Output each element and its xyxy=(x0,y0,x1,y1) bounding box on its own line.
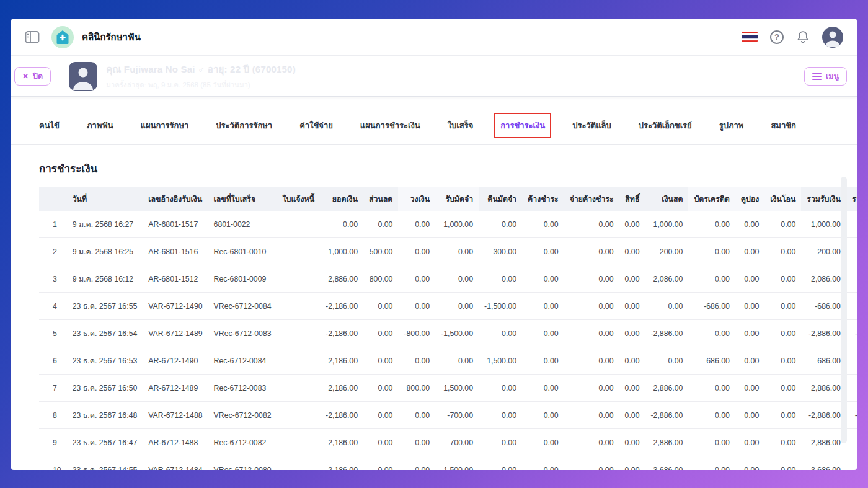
table-cell: 1,000.00 xyxy=(801,211,846,238)
table-row: 29 ม.ค. 2568 16:25AR-6801-1516Rec-6801-0… xyxy=(39,238,857,265)
tab-images[interactable]: รูปภาพ xyxy=(719,119,744,132)
tab-lab-history[interactable]: ประวัติแล็บ xyxy=(572,119,611,132)
table-cell: 0.00 xyxy=(688,211,735,238)
column-header: รวมรับเงิน xyxy=(801,187,846,211)
tab-payments[interactable]: การชำระเงิน xyxy=(500,119,545,132)
table-cell: 0.00 xyxy=(688,375,735,402)
table-cell: 0.00 xyxy=(564,211,619,238)
column-header: บัตรเครดิต xyxy=(688,187,735,211)
table-cell: 0.00 xyxy=(735,265,764,293)
tab-patient[interactable]: คนไข้ xyxy=(39,119,60,132)
table-cell: 0.00 xyxy=(398,347,435,375)
table-cell: 2,886.00 xyxy=(645,429,688,456)
table-cell: 0.00 xyxy=(398,265,435,293)
table-cell: Rec-6712-0082 xyxy=(208,429,277,456)
home-clinic-icon[interactable] xyxy=(51,25,74,49)
tab-treatment-plan[interactable]: แผนการรักษา xyxy=(141,119,189,132)
table-cell: 0.00 xyxy=(479,456,522,471)
table-cell: 0.00 xyxy=(764,347,801,375)
patient-info: คุณ Fujiwara No Sai ♂ อายุ: 22 ปี (67001… xyxy=(106,62,296,91)
table-cell: -2,886.00 xyxy=(801,402,846,429)
table-cell: 0.00 xyxy=(479,402,522,429)
table-cell: AR-6801-1516 xyxy=(143,238,208,265)
table-cell: 0.00 xyxy=(564,347,619,375)
tab-payment-plan[interactable]: แผนการชำระเงิน xyxy=(360,119,420,132)
table-cell: 0.00 xyxy=(522,347,564,375)
table-cell xyxy=(277,265,320,293)
column-header: สิทธิ์ xyxy=(619,187,645,211)
column-header: เลขอ้างอิงรับเงิน xyxy=(143,187,208,211)
sidebar-toggle-icon[interactable] xyxy=(25,30,40,44)
table-cell: 3 xyxy=(39,265,67,293)
table-cell: 0.00 xyxy=(398,402,435,429)
user-avatar[interactable] xyxy=(822,27,843,48)
help-icon[interactable]: ? xyxy=(770,30,784,44)
table-cell: Rec-6801-0010 xyxy=(208,238,277,265)
table-cell: 23 ธ.ค. 2567 16:53 xyxy=(67,347,143,375)
notifications-bell-icon[interactable] xyxy=(796,30,810,45)
table-cell: 0.00 xyxy=(522,429,564,456)
table-cell: 0.00 xyxy=(398,211,435,238)
table-cell: AR-6712-1490 xyxy=(143,347,208,375)
table-cell: -3,686.00 xyxy=(801,456,846,471)
tab-expenses[interactable]: ค่าใช้จ่าย xyxy=(299,119,333,132)
tab-teeth-images[interactable]: ภาพฟัน xyxy=(87,119,113,132)
table-cell: 0.00 xyxy=(398,429,435,456)
menu-button[interactable]: เมนู xyxy=(804,67,847,86)
table-cell: 0.00 xyxy=(564,265,619,293)
table-cell: 2,886.00 xyxy=(846,375,857,402)
table-cell: 2,186.00 xyxy=(320,429,363,456)
close-button[interactable]: ✕ ปิด xyxy=(14,67,51,86)
table-cell: 0.00 xyxy=(735,320,764,347)
table-cell: VAR-6712-1488 xyxy=(143,402,208,429)
tab-members[interactable]: สมาชิก xyxy=(771,119,796,132)
table-cell: 0.00 xyxy=(735,375,764,402)
content-area: คนไข้ภาพฟันแผนการรักษาประวัติการรักษาค่า… xyxy=(11,97,857,470)
table-cell: 0.00 xyxy=(363,402,398,429)
table-cell: VAR-6712-1490 xyxy=(143,293,208,320)
table-cell: 0.00 xyxy=(435,293,479,320)
column-header: เลขที่ใบเสร็จ xyxy=(208,187,277,211)
table-cell: -2,186.00 xyxy=(320,320,363,347)
language-flag-icon[interactable] xyxy=(742,32,758,42)
table-cell: 9 xyxy=(39,429,67,456)
table-cell: VRec-6712-0080 xyxy=(208,456,277,471)
table-cell xyxy=(277,456,320,471)
table-cell: 0.00 xyxy=(619,320,645,347)
table-row: 623 ธ.ค. 2567 16:53AR-6712-1490Rec-6712-… xyxy=(39,347,857,375)
table-cell: 0.00 xyxy=(320,211,363,238)
table-cell: 0.00 xyxy=(688,429,735,456)
table-cell xyxy=(277,238,320,265)
table-row: 523 ธ.ค. 2567 16:54VAR-6712-1489VRec-671… xyxy=(39,320,857,347)
table-cell: 2,886.00 xyxy=(801,429,846,456)
table-cell: 7 xyxy=(39,375,67,402)
table-cell: 200.00 xyxy=(846,238,857,265)
table-cell: 0.00 xyxy=(688,320,735,347)
table-cell: -686.00 xyxy=(846,293,857,320)
table-cell: -2,186.00 xyxy=(320,402,363,429)
table-scrollbar[interactable] xyxy=(841,177,847,443)
table-cell xyxy=(277,320,320,347)
close-icon: ✕ xyxy=(22,72,29,81)
table-cell: -686.00 xyxy=(688,293,735,320)
table-cell xyxy=(277,347,320,375)
table-cell: 23 ธ.ค. 2567 16:54 xyxy=(67,320,143,347)
column-header: ค้างชำระ xyxy=(522,187,564,211)
table-cell: 0.00 xyxy=(735,456,764,471)
column-header: วงเงิน xyxy=(398,187,435,211)
table-cell: Rec-6801-0009 xyxy=(208,265,277,293)
table-cell xyxy=(277,402,320,429)
table-cell: 200.00 xyxy=(801,238,846,265)
table-cell: 0.00 xyxy=(764,238,801,265)
tab-treatment-history[interactable]: ประวัติการรักษา xyxy=(216,119,272,132)
tab-receipt[interactable]: ใบเสร็จ xyxy=(448,119,474,132)
table-body: 19 ม.ค. 2568 16:27AR-6801-15176801-00220… xyxy=(39,211,857,470)
table-cell: 1,000.00 xyxy=(320,238,363,265)
table-cell: 0.00 xyxy=(619,456,645,471)
table-cell: 2,886.00 xyxy=(846,429,857,456)
patient-bar: ✕ ปิด คุณ Fujiwara No Sai ♂ อายุ: 22 ปี … xyxy=(11,56,857,97)
table-cell: -686.00 xyxy=(801,293,846,320)
column-header: ใบแจ้งหนี้ xyxy=(277,187,320,211)
tab-xray-history[interactable]: ประวัติเอ็กซเรย์ xyxy=(639,119,692,132)
table-cell: 8 xyxy=(39,402,67,429)
